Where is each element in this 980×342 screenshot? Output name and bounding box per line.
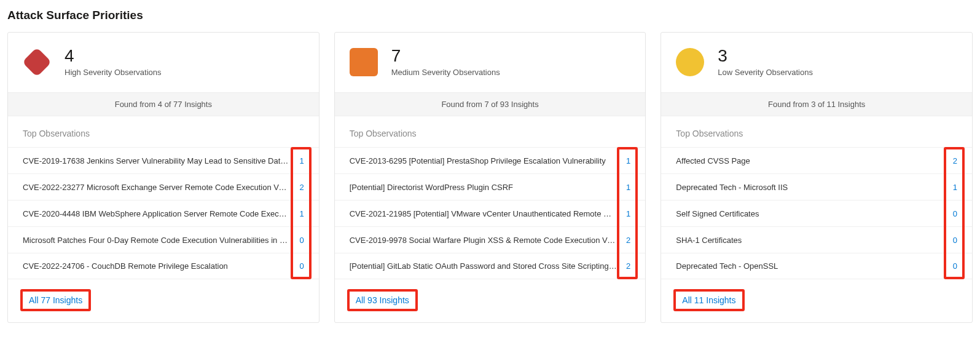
- page-title: Attack Surface Priorities: [7, 9, 973, 22]
- observation-row[interactable]: Microsoft Patches Four 0-Day Remote Code…: [8, 226, 319, 253]
- observation-count[interactable]: 1: [296, 156, 304, 165]
- observation-list: CVE-2013-6295 [Potential] PrestaShop Pri…: [335, 147, 646, 279]
- observation-row[interactable]: CVE-2021-21985 [Potential] VMware vCente…: [335, 200, 646, 226]
- observation-count[interactable]: 1: [622, 156, 630, 165]
- observation-row[interactable]: CVE-2019-9978 Social Warfare Plugin XSS …: [335, 226, 646, 253]
- observation-row[interactable]: [Potential] Directorist WordPress Plugin…: [335, 173, 646, 200]
- found-summary: Found from 4 of 77 Insights: [8, 92, 319, 116]
- severity-high-icon: [23, 48, 51, 76]
- observation-name: [Potential] Directorist WordPress Plugin…: [350, 183, 622, 192]
- observation-name: Microsoft Patches Four 0-Day Remote Code…: [23, 236, 296, 245]
- top-observations-title: Top Observations: [335, 129, 646, 147]
- observation-name: CVE-2021-21985 [Potential] VMware vCente…: [350, 209, 622, 218]
- all-insights-link[interactable]: All 93 Insights: [350, 292, 415, 308]
- highlight-box-link: All 77 Insights: [20, 289, 91, 311]
- severity-low-icon: [676, 48, 704, 76]
- observation-row[interactable]: Deprecated Tech - OpenSSL 0: [661, 253, 972, 279]
- observation-count[interactable]: 1: [622, 209, 630, 218]
- observation-row[interactable]: SHA-1 Certificates 0: [661, 226, 972, 253]
- severity-label: Low Severity Observations: [718, 68, 813, 78]
- observation-row[interactable]: CVE-2022-23277 Microsoft Exchange Server…: [8, 173, 319, 200]
- card-high-severity: 4 High Severity Observations Found from …: [7, 32, 319, 323]
- found-summary: Found from 7 of 93 Insights: [335, 92, 646, 116]
- severity-count: 7: [391, 46, 500, 66]
- observation-name: SHA-1 Certificates: [676, 236, 949, 245]
- severity-label: High Severity Observations: [65, 68, 162, 78]
- observation-row[interactable]: Affected CVSS Page 2: [661, 147, 972, 173]
- card-low-severity: 3 Low Severity Observations Found from 3…: [661, 32, 973, 323]
- severity-label: Medium Severity Observations: [391, 68, 500, 78]
- observation-row[interactable]: CVE-2013-6295 [Potential] PrestaShop Pri…: [335, 147, 646, 173]
- observation-count[interactable]: 1: [622, 183, 630, 192]
- top-observations-title: Top Observations: [661, 129, 972, 147]
- top-observations-title: Top Observations: [8, 129, 319, 147]
- all-insights-link[interactable]: All 11 Insights: [676, 292, 741, 308]
- highlight-box-link: All 93 Insights: [347, 289, 418, 311]
- observation-name: CVE-2019-17638 Jenkins Server Vulnerabil…: [23, 156, 296, 165]
- observation-list: Affected CVSS Page 2 Deprecated Tech - M…: [661, 147, 972, 279]
- observation-name: Self Signed Certificates: [676, 209, 949, 218]
- card-header: 4 High Severity Observations: [8, 33, 319, 92]
- observation-count[interactable]: 2: [949, 156, 957, 165]
- observation-list: CVE-2019-17638 Jenkins Server Vulnerabil…: [8, 147, 319, 279]
- severity-medium-icon: [350, 48, 378, 76]
- highlight-box-link: All 11 Insights: [673, 289, 744, 311]
- observation-name: CVE-2020-4448 IBM WebSphere Application …: [23, 209, 296, 218]
- observation-count[interactable]: 2: [296, 183, 304, 192]
- severity-count: 4: [65, 46, 162, 66]
- observation-row[interactable]: CVE-2019-17638 Jenkins Server Vulnerabil…: [8, 147, 319, 173]
- all-insights-link[interactable]: All 77 Insights: [23, 292, 88, 308]
- observation-count[interactable]: 0: [949, 236, 957, 245]
- severity-count: 3: [718, 46, 813, 66]
- observation-count[interactable]: 0: [296, 236, 304, 245]
- observation-name: Deprecated Tech - Microsoft IIS: [676, 183, 949, 192]
- priority-cards: 4 High Severity Observations Found from …: [7, 32, 973, 323]
- observation-count[interactable]: 2: [622, 236, 630, 245]
- observation-row[interactable]: [Potential] GitLab Static OAuth Password…: [335, 253, 646, 279]
- card-medium-severity: 7 Medium Severity Observations Found fro…: [334, 32, 646, 323]
- observation-name: [Potential] GitLab Static OAuth Password…: [350, 261, 622, 271]
- card-header: 7 Medium Severity Observations: [335, 33, 646, 92]
- observation-count[interactable]: 0: [949, 209, 957, 218]
- observation-name: CVE-2022-23277 Microsoft Exchange Server…: [23, 183, 296, 192]
- observation-count[interactable]: 2: [622, 261, 630, 271]
- found-summary: Found from 3 of 11 Insights: [661, 92, 972, 116]
- observation-row[interactable]: CVE-2022-24706 - CouchDB Remote Privileg…: [8, 253, 319, 279]
- observation-count[interactable]: 1: [949, 183, 957, 192]
- observation-row[interactable]: CVE-2020-4448 IBM WebSphere Application …: [8, 200, 319, 226]
- observation-row[interactable]: Deprecated Tech - Microsoft IIS 1: [661, 173, 972, 200]
- observation-name: Affected CVSS Page: [676, 156, 949, 165]
- observation-row[interactable]: Self Signed Certificates 0: [661, 200, 972, 226]
- observation-name: CVE-2022-24706 - CouchDB Remote Privileg…: [23, 261, 296, 271]
- observation-count[interactable]: 0: [296, 261, 304, 271]
- observation-name: CVE-2013-6295 [Potential] PrestaShop Pri…: [350, 156, 622, 165]
- observation-count[interactable]: 1: [296, 209, 304, 218]
- card-header: 3 Low Severity Observations: [661, 33, 972, 92]
- observation-count[interactable]: 0: [949, 261, 957, 271]
- observation-name: Deprecated Tech - OpenSSL: [676, 261, 949, 271]
- observation-name: CVE-2019-9978 Social Warfare Plugin XSS …: [350, 236, 622, 245]
